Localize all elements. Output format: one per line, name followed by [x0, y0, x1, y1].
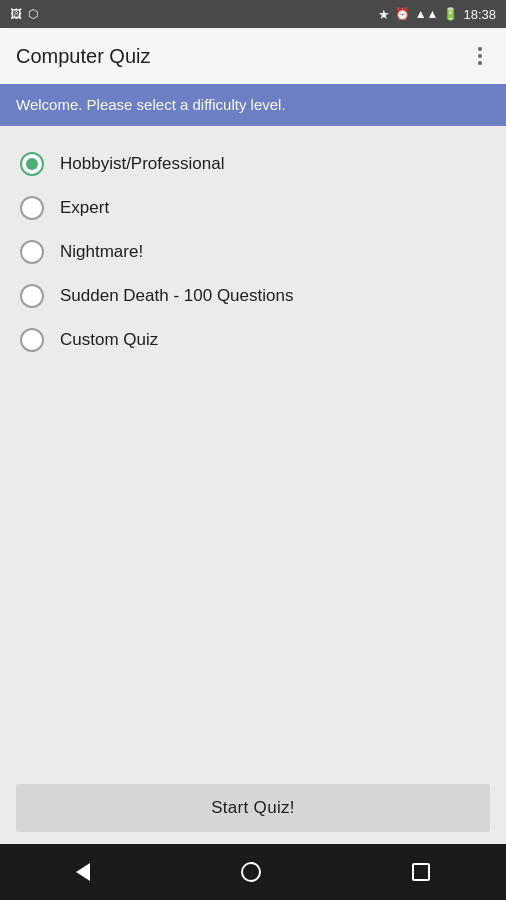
- app-title: Computer Quiz: [16, 45, 151, 68]
- radio-label-hobbyist: Hobbyist/Professional: [60, 154, 224, 174]
- radio-button-hobbyist[interactable]: [20, 152, 44, 176]
- overflow-menu-button[interactable]: [470, 39, 490, 73]
- status-bar-left: 🖼 ⬡: [10, 7, 38, 21]
- image-icon: 🖼: [10, 7, 22, 21]
- nav-bar: [0, 844, 506, 900]
- radio-label-sudden-death: Sudden Death - 100 Questions: [60, 286, 293, 306]
- alarm-icon: ⏰: [395, 7, 410, 21]
- radio-option-hobbyist[interactable]: Hobbyist/Professional: [0, 142, 506, 186]
- bluetooth-icon: ★: [378, 7, 390, 22]
- signal-icon: ▲▲: [415, 7, 439, 21]
- status-bar: 🖼 ⬡ ★ ⏰ ▲▲ 🔋 18:38: [0, 0, 506, 28]
- back-button[interactable]: [66, 853, 100, 891]
- start-quiz-button[interactable]: Start Quiz!: [16, 784, 490, 832]
- time-display: 18:38: [463, 7, 496, 22]
- radio-option-custom-quiz[interactable]: Custom Quiz: [0, 318, 506, 362]
- radio-button-expert[interactable]: [20, 196, 44, 220]
- bottom-area: Start Quiz!: [0, 772, 506, 844]
- home-icon: [241, 862, 261, 882]
- welcome-banner: Welcome. Please select a difficulty leve…: [0, 84, 506, 126]
- recents-button[interactable]: [402, 853, 440, 891]
- radio-option-nightmare[interactable]: Nightmare!: [0, 230, 506, 274]
- radio-option-sudden-death[interactable]: Sudden Death - 100 Questions: [0, 274, 506, 318]
- status-bar-right: ★ ⏰ ▲▲ 🔋 18:38: [378, 7, 496, 22]
- android-icon: ⬡: [28, 7, 38, 21]
- radio-label-nightmare: Nightmare!: [60, 242, 143, 262]
- three-dots-icon: [478, 47, 482, 65]
- content-area: Hobbyist/Professional Expert Nightmare! …: [0, 126, 506, 772]
- radio-button-sudden-death[interactable]: [20, 284, 44, 308]
- recents-icon: [412, 863, 430, 881]
- welcome-text: Welcome. Please select a difficulty leve…: [16, 96, 286, 113]
- battery-icon: 🔋: [443, 7, 458, 21]
- back-icon: [76, 863, 90, 881]
- home-button[interactable]: [231, 852, 271, 892]
- radio-label-expert: Expert: [60, 198, 109, 218]
- radio-option-expert[interactable]: Expert: [0, 186, 506, 230]
- radio-label-custom-quiz: Custom Quiz: [60, 330, 158, 350]
- app-bar: Computer Quiz: [0, 28, 506, 84]
- radio-button-custom-quiz[interactable]: [20, 328, 44, 352]
- radio-button-nightmare[interactable]: [20, 240, 44, 264]
